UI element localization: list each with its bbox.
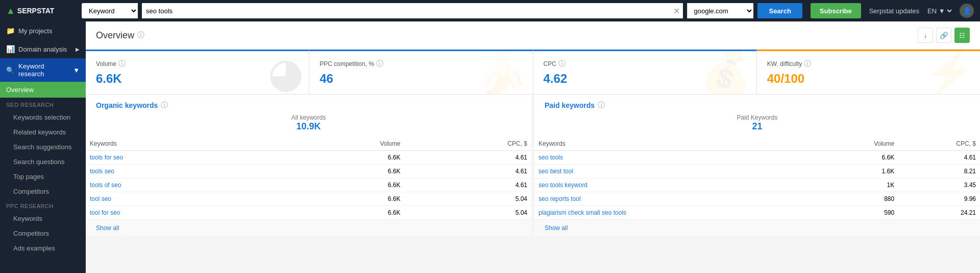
table-row: tool seo 6.6K 5.04: [86, 192, 531, 206]
keyword-cell: seo best tool: [534, 165, 815, 178]
topbar: ▲ SERPSTAT Keyword ✕ google.com Search S…: [0, 0, 980, 21]
keyword-cell: seo tools keyword: [534, 178, 815, 192]
sidebar-item-keywords-selection[interactable]: Keywords selection: [0, 110, 86, 125]
metric-cpc-label-text: CPC: [544, 60, 556, 67]
cpc-cell: 4.61: [898, 151, 980, 165]
keyword-cell: tool for seo: [86, 206, 275, 220]
keyword-cell: tools for seo: [86, 151, 275, 165]
avatar[interactable]: 👤: [960, 4, 974, 18]
keyword-link[interactable]: seo tools keyword: [538, 181, 587, 189]
keyword-cell: tool seo: [86, 192, 275, 206]
keyword-link[interactable]: tools seo: [90, 168, 114, 175]
sidebar-label-keyword-research: Keyword research: [18, 62, 69, 78]
chevron-down-icon: ▼: [73, 66, 80, 74]
cpc-cell: 4.61: [404, 151, 531, 165]
all-keywords-label: All keywords: [291, 114, 326, 121]
cpc-info-icon[interactable]: ⓘ: [558, 59, 566, 69]
keyword-link[interactable]: seo reports tool: [538, 195, 581, 202]
sidebar-item-domain-analysis[interactable]: 📊 Domain analysis ▶: [0, 40, 86, 58]
paid-section-title: Paid keywords: [545, 101, 595, 109]
organic-show-all-link[interactable]: Show all: [96, 224, 119, 232]
cpc-cell: 9.96: [898, 192, 980, 206]
organic-col-volume: Volume: [275, 137, 405, 151]
paid-keywords-table: Keywords Volume CPC, $ seo tools 6.6K 4.…: [534, 137, 980, 220]
page-title: Overview ⓘ: [96, 30, 144, 41]
paid-keywords-summary: Paid Keywords 21: [534, 110, 980, 137]
cpc-cell: 8.21: [898, 165, 980, 178]
keyword-cell: tools of seo: [86, 178, 275, 192]
all-keywords-value: 10.9K: [296, 121, 321, 132]
sidebar-label-top-pages: Top pages: [13, 173, 44, 180]
domain-select[interactable]: google.com: [687, 3, 753, 18]
keyword-link[interactable]: tool seo: [90, 195, 111, 202]
updates-link[interactable]: Serpstat updates: [869, 7, 919, 15]
sidebar-item-ppc-competitors[interactable]: Competitors: [0, 226, 86, 241]
cpc-cell: 5.04: [404, 206, 531, 220]
paid-info-icon[interactable]: ⓘ: [598, 101, 605, 110]
chevron-right-icon: ▶: [76, 47, 80, 52]
sidebar-item-my-projects[interactable]: 📁 My projects: [0, 21, 86, 40]
keyword-link[interactable]: seo tools: [538, 154, 563, 161]
sidebar-seo-research-label: SEO research: [6, 102, 54, 108]
keyword-cell: tools seo: [86, 165, 275, 178]
keyword-link[interactable]: tools of seo: [90, 181, 121, 189]
sidebar-label-my-projects: My projects: [18, 27, 52, 35]
metrics-row: Volume ⓘ 6.6K ◕ PPC competition, % ⓘ 46 …: [86, 50, 980, 95]
sidebar-item-search-suggestions[interactable]: Search suggestions: [0, 140, 86, 154]
organic-section-header: Organic keywords ⓘ: [86, 95, 531, 110]
sidebar-item-ppc-keywords[interactable]: Keywords: [0, 211, 86, 226]
sidebar-item-competitors[interactable]: Competitors: [0, 184, 86, 199]
logo: ▲ SERPSTAT: [6, 6, 78, 16]
volume-cell: 590: [815, 206, 899, 220]
ppc-info-icon[interactable]: ⓘ: [376, 59, 383, 69]
organic-info-icon[interactable]: ⓘ: [161, 101, 168, 110]
paid-section-header: Paid keywords ⓘ: [534, 95, 980, 110]
search-icon: 🔍: [6, 66, 14, 74]
sidebar-item-keyword-research[interactable]: 🔍 Keyword research ▼: [0, 58, 86, 82]
subscribe-button[interactable]: Subscribe: [811, 3, 861, 18]
organic-show-all-row: Show all: [86, 220, 531, 236]
logo-icon: ▲: [6, 6, 15, 16]
sidebar-item-top-pages[interactable]: Top pages: [0, 169, 86, 184]
organic-keywords-table: Keywords Volume CPC, $ tools for seo 6.6…: [86, 137, 531, 220]
metric-volume-label-text: Volume: [96, 60, 116, 67]
page-title-text: Overview: [96, 30, 134, 41]
cpc-cell: 5.04: [404, 192, 531, 206]
metric-volume: Volume ⓘ 6.6K ◕: [86, 50, 309, 94]
kw-info-icon[interactable]: ⓘ: [804, 59, 811, 69]
organic-col-cpc: CPC, $: [404, 137, 531, 151]
sidebar-item-search-questions[interactable]: Search questions: [0, 154, 86, 169]
sidebar-label-domain-analysis: Domain analysis: [18, 46, 67, 53]
sidebar-label-overview: Overview: [6, 86, 34, 94]
metric-cpc: CPC ⓘ 4.62 💰: [533, 50, 757, 94]
header-actions: ↓ 🔗 ☷: [918, 28, 970, 43]
sidebar-label-competitors: Competitors: [13, 188, 49, 195]
keyword-link[interactable]: seo best tool: [538, 168, 573, 175]
share-button[interactable]: 🔗: [936, 28, 951, 43]
clear-button[interactable]: ✕: [670, 6, 683, 16]
download-button[interactable]: ↓: [918, 28, 933, 43]
info-icon[interactable]: ⓘ: [137, 31, 144, 40]
keyword-link[interactable]: tool for seo: [90, 209, 120, 216]
cpc-cell: 3.45: [898, 178, 980, 192]
search-button[interactable]: Search: [757, 3, 802, 18]
folder-icon: 📁: [6, 27, 14, 35]
search-input[interactable]: [142, 3, 670, 18]
keyword-link[interactable]: tools for seo: [90, 154, 123, 161]
table-row: tool for seo 6.6K 5.04: [86, 206, 531, 220]
export-button[interactable]: ☷: [954, 28, 970, 43]
sidebar-item-ads-examples[interactable]: Ads examples: [0, 241, 86, 256]
sidebar-item-related-keywords[interactable]: Related keywords: [0, 125, 86, 140]
topbar-right: Serpstat updates EN ▼ 👤: [869, 4, 974, 18]
volume-cell: 6.6K: [275, 192, 405, 206]
volume-info-icon[interactable]: ⓘ: [118, 59, 126, 69]
sidebar-label-search-questions: Search questions: [13, 158, 64, 166]
keyword-link[interactable]: plagiarism check small seo tools: [538, 209, 626, 216]
paid-show-all-link[interactable]: Show all: [545, 224, 568, 232]
sidebar-item-overview[interactable]: Overview: [0, 82, 86, 98]
paid-keywords-value: 21: [752, 121, 762, 132]
kw-bg-icon: ⚡: [924, 50, 975, 94]
lang-select[interactable]: EN ▼: [925, 7, 953, 15]
search-type-select[interactable]: Keyword: [82, 3, 138, 18]
organic-col-keywords: Keywords: [86, 137, 275, 151]
